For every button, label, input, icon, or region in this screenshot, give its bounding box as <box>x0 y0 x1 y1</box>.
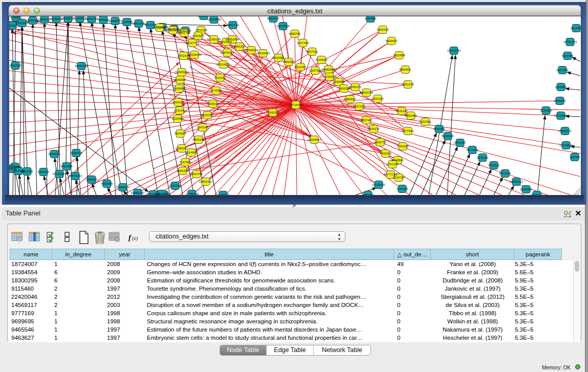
svg-text:4014193: 4014193 <box>214 76 226 79</box>
svg-text:15751074: 15751074 <box>563 40 577 43</box>
svg-text:4170586: 4170586 <box>210 89 222 92</box>
svg-text:8471676: 8471676 <box>499 172 511 175</box>
svg-text:0423468: 0423468 <box>60 165 73 168</box>
svg-text:2014620: 2014620 <box>185 151 198 154</box>
svg-text:07290222: 07290222 <box>323 75 337 78</box>
svg-text:03852808: 03852808 <box>226 38 239 41</box>
svg-text:15692971: 15692971 <box>558 129 572 133</box>
svg-text:8890931: 8890931 <box>399 68 411 71</box>
svg-text:0741374: 0741374 <box>386 163 399 166</box>
svg-text:0822765: 0822765 <box>21 170 33 173</box>
svg-text:1112483: 1112483 <box>571 27 582 30</box>
svg-text:8813074: 8813074 <box>267 17 279 20</box>
svg-text:3215955: 3215955 <box>540 109 552 112</box>
svg-text:4930666: 4930666 <box>101 182 113 185</box>
svg-text:32686563: 32686563 <box>175 71 189 74</box>
svg-text:8818174: 8818174 <box>367 127 380 130</box>
svg-text:3137353: 3137353 <box>297 41 309 45</box>
svg-text:3726516: 3726516 <box>315 58 328 61</box>
svg-text:33875004: 33875004 <box>221 51 234 54</box>
svg-text:(x): (x) <box>132 235 138 242</box>
svg-text:2087682: 2087682 <box>364 17 377 20</box>
svg-text:2061307: 2061307 <box>9 64 21 67</box>
svg-text:6849340: 6849340 <box>192 138 205 141</box>
svg-text:2935114: 2935114 <box>477 156 489 159</box>
svg-text:1244413: 1244413 <box>554 99 566 102</box>
svg-text:98682828: 98682828 <box>322 68 336 71</box>
svg-text:16053809: 16053809 <box>207 18 221 21</box>
svg-text:3044516: 3044516 <box>48 152 60 156</box>
svg-text:5449920: 5449920 <box>391 159 404 162</box>
svg-text:9156404: 9156404 <box>70 151 82 155</box>
svg-text:1311440: 1311440 <box>174 109 186 112</box>
svg-text:citations_edges.txt: citations_edges.txt <box>267 7 322 15</box>
svg-text:0658948: 0658948 <box>173 87 185 90</box>
svg-text:22420046: 22420046 <box>188 53 202 56</box>
svg-text:9227343: 9227343 <box>556 69 569 72</box>
svg-text:7632621: 7632621 <box>488 164 500 167</box>
svg-text:10654112: 10654112 <box>510 180 524 183</box>
svg-text:5150556: 5150556 <box>419 120 431 123</box>
svg-text:1209382: 1209382 <box>555 85 567 89</box>
svg-text:00847453: 00847453 <box>155 192 169 195</box>
svg-text:17016504: 17016504 <box>559 144 573 147</box>
svg-text:18724007: 18724007 <box>289 103 303 106</box>
svg-text:9208312: 9208312 <box>207 102 219 105</box>
svg-text:7764265: 7764265 <box>397 145 409 148</box>
svg-text:0251678: 0251678 <box>402 83 414 86</box>
svg-text:8452984: 8452984 <box>405 114 417 117</box>
svg-text:f: f <box>128 233 132 242</box>
svg-text:3353265: 3353265 <box>177 169 189 172</box>
svg-text:16210643: 16210643 <box>554 114 568 117</box>
svg-text:6661760: 6661760 <box>178 31 190 34</box>
svg-text:4633191: 4633191 <box>396 110 408 113</box>
svg-text:57117777: 57117777 <box>186 41 200 45</box>
svg-text:83645074: 83645074 <box>116 186 130 189</box>
svg-text:116753: 116753 <box>570 156 580 159</box>
svg-text:6122202: 6122202 <box>294 65 307 69</box>
svg-text:1372159: 1372159 <box>195 29 207 32</box>
svg-text:7313228: 7313228 <box>169 184 181 187</box>
svg-text:8530435: 8530435 <box>201 114 213 117</box>
svg-text:8938923: 8938923 <box>442 135 454 138</box>
svg-text:7857214: 7857214 <box>227 24 239 27</box>
svg-text:9329966: 9329966 <box>561 54 574 57</box>
svg-text:8780175: 8780175 <box>349 85 361 89</box>
svg-text:17180023: 17180023 <box>185 192 199 195</box>
svg-text:1092815: 1092815 <box>192 34 204 37</box>
svg-text:18300295: 18300295 <box>266 111 280 114</box>
svg-text:0088387: 0088387 <box>176 147 188 150</box>
svg-text:7824504: 7824504 <box>174 132 186 135</box>
svg-text:52883143: 52883143 <box>131 191 145 194</box>
svg-text:7409319: 7409319 <box>379 152 391 155</box>
svg-text:19384554: 19384554 <box>308 138 321 141</box>
svg-text:8384837: 8384837 <box>344 98 356 101</box>
svg-text:0234483: 0234483 <box>171 117 184 120</box>
svg-text:8465632: 8465632 <box>16 21 28 25</box>
svg-text:9245652: 9245652 <box>520 188 532 191</box>
svg-text:33801412: 33801412 <box>199 180 213 183</box>
svg-text:0837407: 0837407 <box>360 119 373 122</box>
svg-text:19218506: 19218506 <box>276 25 290 28</box>
svg-text:9907511: 9907511 <box>307 50 319 53</box>
svg-text:1341252: 1341252 <box>372 97 384 100</box>
svg-text:37576283: 37576283 <box>69 174 82 178</box>
svg-text:4333776: 4333776 <box>374 141 386 144</box>
svg-text:7167868: 7167868 <box>179 161 191 164</box>
svg-text:4862057: 4862057 <box>282 60 295 63</box>
svg-text:16648784: 16648784 <box>447 49 461 52</box>
svg-text:08301661: 08301661 <box>26 19 40 22</box>
svg-text:0561748: 0561748 <box>190 172 203 176</box>
svg-text:20018263: 20018263 <box>256 52 270 55</box>
svg-text:2247045: 2247045 <box>197 126 209 129</box>
svg-text:7601895: 7601895 <box>133 22 145 25</box>
svg-text:6167513: 6167513 <box>353 105 365 108</box>
svg-text:9180588: 9180588 <box>333 80 345 83</box>
svg-text:31948757: 31948757 <box>108 19 122 23</box>
svg-text:9474444: 9474444 <box>466 148 478 151</box>
svg-text:72997528: 72997528 <box>309 69 322 72</box>
svg-text:0434839: 0434839 <box>272 56 285 59</box>
svg-text:4264628: 4264628 <box>172 101 184 104</box>
svg-text:01396245: 01396245 <box>207 38 221 41</box>
svg-text:1258153: 1258153 <box>85 178 98 181</box>
